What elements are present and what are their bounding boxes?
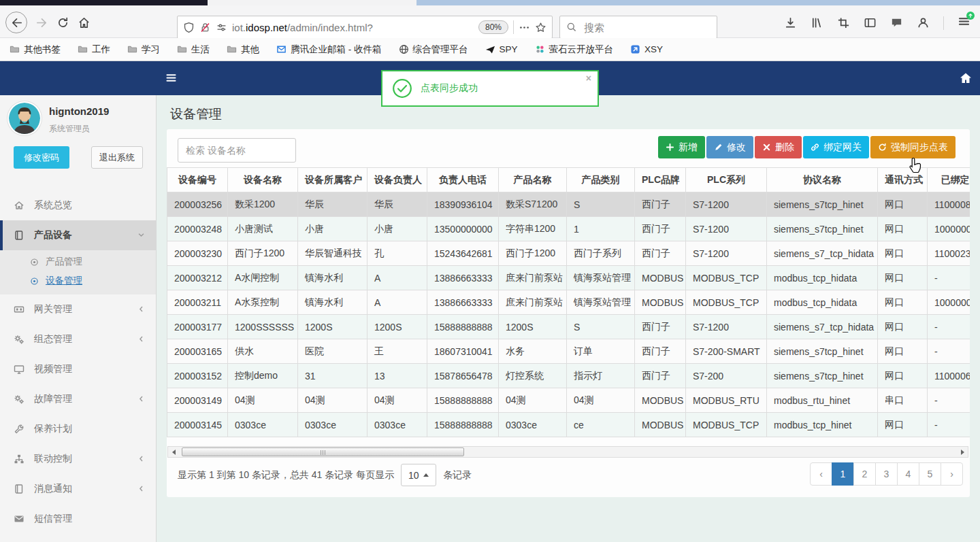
page-4[interactable]: 4 (897, 462, 919, 486)
column-header[interactable]: 产品类别 (567, 168, 635, 192)
change-password-button[interactable]: 修改密码 (14, 146, 69, 169)
bookmark-item[interactable]: 其他书签 (10, 44, 61, 56)
sidebar-item-10[interactable]: 卡号管理 (0, 534, 156, 542)
table-row[interactable]: 200003165供水医院王18607310041水务订单西门子S7-200-S… (167, 339, 970, 364)
table-cell: 西门子 (635, 315, 686, 339)
tracking-shield-icon[interactable] (183, 22, 195, 33)
device-panel: 新增修改删除绑定网关强制同步点表 设备编号设备名称设备所属客户设备负责人负责人电… (167, 129, 970, 497)
device-table: 设备编号设备名称设备所属客户设备负责人负责人电话产品名称产品类别PLC品牌PLC… (167, 167, 970, 437)
scroll-right-icon[interactable] (957, 447, 968, 457)
insecure-lock-icon[interactable] (199, 22, 211, 33)
account-button[interactable] (917, 16, 930, 29)
sidebar-item-8[interactable]: 消息通知 (0, 474, 156, 504)
table-cell: S7-200 (686, 364, 767, 388)
sidebar-item-5[interactable]: 故障管理 (0, 384, 156, 414)
add-button[interactable]: 新增 (658, 136, 705, 158)
scroll-left-icon[interactable] (168, 447, 179, 457)
page-3[interactable]: 3 (875, 462, 898, 486)
screenshot-button[interactable] (837, 16, 850, 29)
sidebar-item-6[interactable]: 保养计划 (0, 414, 156, 444)
reload-button[interactable] (56, 16, 69, 29)
bookmark-star-icon[interactable] (535, 22, 546, 33)
table-row[interactable]: 2000031771200SSSSSS1200S1200S15888888888… (167, 315, 970, 339)
sidebar-item-7[interactable]: 联动控制 (0, 444, 156, 474)
menu-button[interactable] (958, 15, 970, 31)
table-cell: MODBUS (635, 266, 686, 290)
column-header[interactable]: 产品名称 (499, 168, 567, 192)
library-button[interactable] (811, 16, 823, 29)
sidebar-subitem-设备管理[interactable]: 设备管理 (0, 271, 156, 290)
page-actions-icon[interactable] (519, 22, 530, 33)
sidebar-item-4[interactable]: 视频管理 (0, 354, 156, 384)
table-row[interactable]: 20000314904测04测04测1588888888804测04测MODBU… (167, 388, 970, 413)
page-size-select[interactable]: 10 (401, 464, 436, 486)
column-header[interactable]: PLC系列 (686, 168, 767, 192)
sidebar-item-3[interactable]: 组态管理 (0, 324, 156, 354)
permissions-icon[interactable] (216, 22, 227, 33)
table-row[interactable]: 200003256数采1200华辰华辰18390936104数采S71200S西… (167, 192, 970, 217)
bind-gateway-button[interactable]: 绑定网关 (803, 136, 869, 158)
column-header[interactable]: 设备编号 (167, 168, 228, 192)
browser-search-input[interactable] (583, 21, 721, 34)
sidebar-item-9[interactable]: 短信管理 (0, 504, 156, 534)
force-sync-button[interactable]: 强制同步点表 (870, 136, 956, 158)
column-header[interactable]: PLC品牌 (635, 168, 686, 192)
column-header[interactable]: 通讯方式 (878, 168, 928, 192)
browser-tabstrip[interactable] (0, 0, 980, 5)
bookmark-item[interactable]: XSY (630, 44, 663, 54)
table-cell: 医院 (298, 339, 368, 364)
app-home-icon[interactable] (959, 71, 973, 88)
zoom-badge[interactable]: 80% (478, 20, 508, 34)
sidebar-toggle-button[interactable] (864, 16, 877, 29)
horizontal-scrollbar[interactable] (167, 446, 968, 458)
bookmark-item[interactable]: 学习 (127, 44, 160, 56)
sidebar-collapse-icon[interactable] (165, 72, 177, 86)
column-header[interactable]: 设备所属客户 (298, 168, 368, 192)
table-row[interactable]: 200003230西门子1200华辰智通科技孔15243642681西门子120… (167, 241, 970, 266)
column-header[interactable]: 设备负责人 (368, 168, 427, 192)
forward-button[interactable] (35, 16, 48, 29)
bookmark-item[interactable]: 综合管理平台 (399, 44, 468, 56)
page-1[interactable]: 1 (832, 462, 854, 486)
table-cell: 王 (368, 339, 427, 364)
table-row[interactable]: 2000031450303ce0303ce0303ce1588888888803… (167, 413, 970, 437)
url-text[interactable]: iot.idosp.net/admin/index.html? (232, 22, 474, 33)
url-bar[interactable]: iot.idosp.net/admin/index.html? 80% (177, 16, 553, 39)
active-tab-sliver[interactable] (208, 0, 416, 5)
logout-button[interactable]: 退出系统 (91, 146, 143, 169)
device-search-input[interactable] (178, 138, 296, 163)
column-header[interactable]: 协议名称 (767, 168, 878, 192)
column-header[interactable]: 设备名称 (228, 168, 298, 192)
browser-search-box[interactable] (559, 16, 717, 39)
downloads-button[interactable] (784, 16, 797, 29)
caret-up-icon (423, 473, 429, 477)
bookmark-item[interactable]: 腾讯企业邮箱 - 收件箱 (276, 44, 382, 56)
sidebar-item-0[interactable]: 系统总览 (0, 190, 156, 220)
edit-button[interactable]: 修改 (706, 136, 753, 158)
bookmark-item[interactable]: SPY (485, 44, 518, 54)
page-next[interactable]: › (941, 462, 963, 486)
page-prev[interactable]: ‹ (810, 462, 832, 486)
table-row[interactable]: 200003211A水泵控制镇海水利A13886663333庶来门前泵站镇海泵站… (167, 290, 970, 315)
delete-button[interactable]: 删除 (755, 136, 802, 158)
column-header[interactable]: 已绑定网关 (928, 168, 970, 192)
avatar[interactable] (9, 103, 40, 134)
toast-close-icon[interactable]: × (586, 73, 591, 84)
bookmark-item[interactable]: 工作 (78, 44, 110, 56)
sidebar-subitem-产品管理[interactable]: 产品管理 (0, 252, 156, 271)
column-header[interactable]: 负责人电话 (427, 168, 499, 192)
bookmark-item[interactable]: 萤石云开放平台 (535, 44, 614, 56)
back-button[interactable] (5, 12, 27, 33)
table-row[interactable]: 200003212A水闸控制镇海水利A13886663333庶来门前泵站镇海泵站… (167, 266, 970, 290)
bookmark-item[interactable]: 其他 (227, 44, 259, 56)
page-5[interactable]: 5 (919, 462, 941, 486)
sidebar-item-1[interactable]: 产品设备 (0, 220, 156, 250)
pocket-button[interactable] (890, 16, 903, 29)
home-button[interactable] (78, 16, 91, 29)
page-2[interactable]: 2 (853, 462, 876, 486)
sidebar-item-2[interactable]: 网关管理 (0, 294, 156, 324)
bookmark-item[interactable]: 生活 (177, 44, 210, 56)
table-row[interactable]: 200003152控制demo311315878656478灯控系统指示灯西门子… (167, 364, 970, 388)
scrollbar-thumb[interactable] (182, 447, 464, 456)
table-row[interactable]: 200003248小唐测试小唐小唐13500000000字符串12001西门子S… (167, 217, 970, 241)
